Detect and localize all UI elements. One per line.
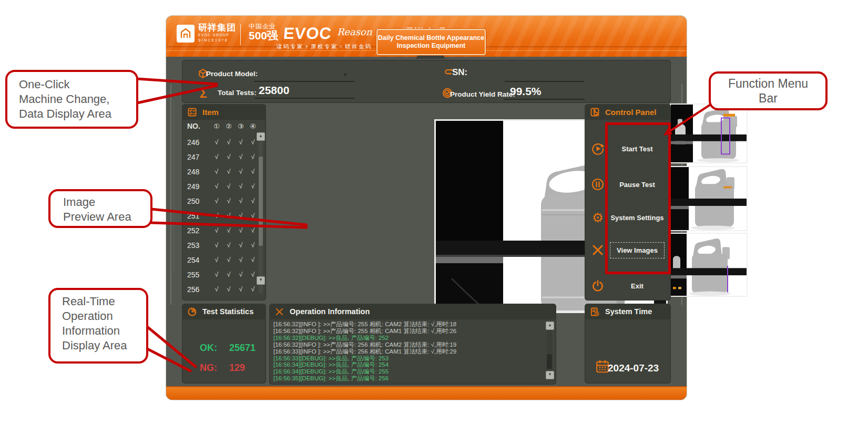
op-panel-title: Operation Information: [290, 307, 370, 316]
item-scrollbar-thumb[interactable]: [259, 157, 263, 246]
yield-rate-value: 99.5%: [510, 85, 542, 98]
check-mark: √: [248, 168, 258, 175]
app-header: 研祥集团 EVOC GROUP SINCE1978 中国企业 500强 EVOC…: [166, 16, 687, 57]
row-number: 252: [187, 226, 199, 235]
preview-thumbnail-3[interactable]: [670, 233, 748, 297]
check-mark: √: [236, 271, 246, 278]
check-mark: √: [248, 227, 258, 234]
check-mark: √: [212, 271, 221, 278]
log-scroll-up-button[interactable]: ▲: [546, 322, 554, 330]
check-mark: √: [224, 242, 233, 249]
table-row: 247√√√√: [182, 150, 266, 165]
check-mark: √: [224, 271, 233, 278]
check-mark: √: [224, 168, 233, 175]
log-line: [16:56:32][INFO ]: >>产品编号: 255 相机: CAM1 …: [273, 328, 543, 335]
evoc-wordmark: EVOC: [282, 24, 332, 43]
check-mark: √: [248, 153, 258, 161]
check-mark: √: [212, 183, 221, 190]
row-number: 250: [187, 197, 199, 205]
callout-realtime-info-area: Real-Time Operation Information Display …: [48, 288, 148, 364]
op-panel-header: Operation Information: [269, 304, 556, 319]
thumbnail-image-2: [671, 167, 747, 230]
check-mark: √: [212, 139, 221, 146]
check-mark: √: [236, 256, 246, 264]
check-mark: √: [212, 168, 221, 175]
app-footer: [166, 386, 687, 400]
col-2: ②: [224, 122, 233, 130]
row-number: 246: [187, 138, 199, 147]
brand-top500: 中国企业 500强: [249, 23, 278, 41]
decor-line-left: [170, 84, 171, 305]
exit-button[interactable]: Exit: [585, 275, 671, 296]
log-scroll-down-button[interactable]: ▼: [546, 371, 554, 379]
thumbnail-image-1: [671, 105, 747, 162]
system-date: 2024-07-23: [608, 362, 659, 374]
check-mark: √: [212, 227, 221, 234]
check-mark: √: [236, 198, 246, 205]
row-number: 249: [187, 182, 199, 191]
check-mark: √: [212, 286, 221, 293]
row-number: 253: [187, 241, 199, 250]
table-row: 253√√√√: [182, 239, 266, 253]
pie-chart-icon: [187, 307, 197, 317]
table-row: 254√√√√: [182, 253, 266, 268]
check-mark: √: [212, 198, 221, 205]
callout-image-preview-area: Image Preview Area: [48, 189, 152, 228]
col-3: ③: [236, 122, 246, 130]
function-menu-highlight-rect: [605, 122, 671, 274]
pause-test-icon: [591, 178, 605, 191]
check-mark: √: [248, 242, 258, 249]
brand-since: SINCE1978: [198, 39, 236, 43]
thumbnail-image-3: [671, 234, 747, 296]
col-1: ①: [212, 122, 221, 130]
start-test-icon: [591, 142, 605, 156]
item-panel: Item NO. ① ② ③ ④ 246√√√√247√√√√248√√√√24…: [182, 104, 266, 300]
evoc-logo-icon: [177, 25, 195, 43]
check-mark: √: [212, 212, 221, 220]
check-mark: √: [224, 286, 233, 293]
ng-value: 129: [229, 362, 245, 374]
stats-panel-title: Test Statistics: [202, 307, 253, 316]
callout-function-menu-bar: Function Menu Bar: [709, 71, 828, 110]
check-mark: √: [248, 212, 258, 220]
scroll-down-button[interactable]: ▼: [257, 276, 265, 285]
check-mark: √: [236, 168, 246, 175]
crossed-pens-icon: [274, 307, 284, 317]
product-model-select[interactable]: ▼: [254, 67, 354, 82]
col-4: ④: [248, 122, 258, 130]
log-output: [16:56:32][INFO ]: >>产品编号: 255 相机: CAM2 …: [273, 321, 543, 382]
check-mark: √: [212, 153, 221, 161]
check-mark: √: [224, 198, 233, 205]
time-panel-header: System Time: [585, 304, 671, 319]
row-number: 255: [187, 271, 199, 279]
ng-label: NG:: [200, 362, 217, 374]
checklist-icon: [187, 107, 197, 117]
check-mark: √: [236, 212, 246, 220]
preview-thumbnail-2[interactable]: [670, 166, 748, 231]
log-line: [16:56:32][INFO ]: >>产品编号: 256 相机: CAM2 …: [273, 341, 543, 348]
log-line: [16:56:32][DEBUG]: >>良品, 产品编号: 252: [273, 335, 543, 341]
check-mark: √: [248, 286, 258, 293]
check-mark: √: [236, 183, 246, 190]
callout-data-display-area: One-Click Machine Change, Data Display A…: [5, 70, 138, 129]
brand-group-cn: 研祥集团: [198, 23, 236, 32]
chevron-down-icon: ▼: [342, 71, 348, 78]
item-panel-title: Item: [202, 108, 219, 117]
brand-group-en: EVOC GROUP: [198, 34, 236, 37]
log-scrollbar-thumb[interactable]: [547, 354, 552, 369]
table-row: 255√√√√: [182, 268, 266, 283]
total-tests-icon: ∑: [199, 85, 207, 98]
check-mark: √: [224, 212, 233, 220]
scroll-up-button[interactable]: ▲: [257, 132, 265, 141]
clipboard-clock-icon: [590, 307, 600, 317]
check-mark: √: [236, 153, 246, 161]
table-row: 246√√√√: [182, 136, 266, 150]
table-row: 248√√√√: [182, 165, 266, 180]
table-row: 256√√√√: [182, 283, 266, 297]
brand-group: 研祥集团 EVOC GROUP SINCE1978: [198, 23, 236, 42]
row-number: 251: [187, 212, 199, 220]
check-mark: √: [236, 242, 246, 249]
preview-thumbnail-1[interactable]: [670, 103, 748, 163]
product-model-label: Product Model:: [206, 70, 258, 78]
time-panel-title: System Time: [605, 307, 652, 316]
